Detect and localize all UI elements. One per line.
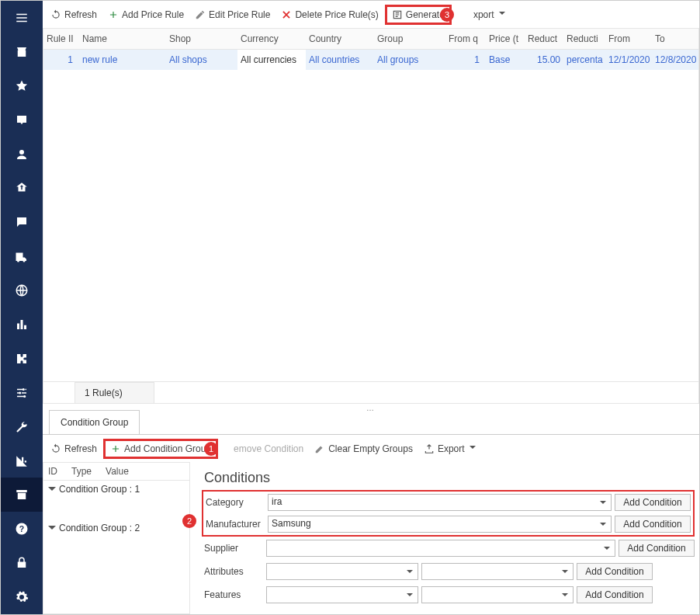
cell-name: new rule [79,50,166,71]
table-row[interactable]: 1 new rule All shops All currencies All … [43,50,698,71]
stats-icon[interactable] [1,444,43,478]
refresh-lower-button[interactable]: Refresh [50,443,97,454]
manufacturer-value: Samsung [272,518,311,529]
highlighted-conditions: Category ira Add Condition Manufacturer … [202,490,695,537]
help-icon[interactable]: ? [1,512,43,546]
menu-icon[interactable] [1,1,43,35]
category-label: Category [206,497,265,508]
caret-icon [499,12,505,18]
tree-group-1[interactable]: Condition Group : 1 [43,481,189,498]
chart-bar-icon[interactable] [1,308,43,342]
badge-3: 3 [440,8,454,22]
tree-g1-label: Condition Group : 1 [59,484,140,495]
add-price-rule-button[interactable]: Add Price Rule [108,9,184,20]
tree-panel: ID Type Value Condition Group : 1 2 Cond… [43,462,190,614]
lower-toolbar: Refresh Add Condition Group 1 emove Cond… [43,434,699,462]
features-select-2[interactable] [421,586,574,603]
conditions-title: Conditions [204,470,695,486]
col-ruleid[interactable]: Rule II [43,29,79,50]
svg-point-2 [19,391,21,394]
col-group[interactable]: Group [374,29,445,50]
manufacturer-select[interactable]: Samsung [268,516,612,533]
svg-text:?: ? [19,524,24,533]
refresh-button[interactable]: Refresh [50,9,97,20]
tabs: Condition Group [43,410,699,434]
export-lower-label: Export [438,443,465,454]
category-select[interactable]: ira [268,494,612,511]
lock-icon[interactable] [1,546,43,580]
col-to[interactable]: To [652,29,698,50]
export-button[interactable]: xport [473,9,505,20]
col-country[interactable]: Country [306,29,374,50]
star-icon[interactable] [1,69,43,103]
main: Refresh Add Price Rule Edit Price Rule D… [43,1,699,614]
remove-condition-button[interactable]: emove Condition [234,443,303,454]
col-reduct[interactable]: Reduct [525,29,563,50]
cell-from: 12/1/2020 [605,50,652,71]
supplier-select[interactable] [266,540,615,557]
tree-blank [43,537,189,558]
cell-fromq: 1 [445,50,486,71]
th-id: ID [48,466,57,477]
refresh-label: Refresh [64,9,97,20]
store-icon[interactable] [1,35,43,69]
chevron-down-icon [48,526,56,533]
user-icon[interactable] [1,137,43,172]
cell-to: 12/8/2020 [652,50,698,71]
cell-country: All countries [306,50,374,71]
col-reducti[interactable]: Reducti [563,29,605,50]
attributes-select-1[interactable] [266,563,418,580]
remove-label: emove Condition [234,443,303,454]
refresh-lower-label: Refresh [64,443,97,454]
row-attributes: Attributes Add Condition [204,563,695,580]
upload-house-icon[interactable] [1,171,43,205]
sidebar: ? [1,1,43,614]
col-from[interactable]: From [605,29,652,50]
tree-group-2[interactable]: Condition Group : 2 [43,519,189,537]
attributes-select-2[interactable] [421,563,574,580]
features-select-1[interactable] [266,586,418,603]
col-price[interactable]: Price (t [486,29,525,50]
row-features: Features Add Condition [204,586,695,603]
sliders-icon[interactable] [1,376,43,410]
add-condition-group-button[interactable]: Add Condition Group [103,439,218,459]
col-shop[interactable]: Shop [166,29,237,50]
add-condition-attributes[interactable]: Add Condition [577,563,653,580]
chat-icon[interactable] [1,205,43,239]
row-supplier: Supplier Add Condition [204,540,695,557]
cell-reducti: percenta [563,50,605,71]
add-condition-features[interactable]: Add Condition [577,586,653,603]
tree-g2-label: Condition Group : 2 [59,523,140,533]
col-currency[interactable]: Currency [237,29,306,50]
th-type: Type [71,466,92,477]
clear-empty-groups-button[interactable]: Clear Empty Groups [314,443,413,454]
export-lower-button[interactable]: Export [424,443,476,454]
col-name[interactable]: Name [79,29,166,50]
th-value: Value [106,466,129,477]
delete-price-rule-button[interactable]: Delete Price Rule(s) [281,9,378,20]
rules-count: 1 Rule(s) [75,382,154,404]
generate-label: Generate [406,9,445,20]
add-condition-category[interactable]: Add Condition [615,494,691,511]
resize-handle[interactable]: … [43,404,699,410]
add-group-label: Add Condition Group [124,443,211,454]
edit-label: Edit Price Rule [209,9,270,20]
conditions-panel: Conditions Category ira Add Condition Ma… [190,462,699,614]
puzzle-icon[interactable] [1,342,43,376]
col-fromq[interactable]: From q [445,29,486,50]
edit-price-rule-button[interactable]: Edit Price Rule [195,9,270,20]
archive-icon[interactable] [1,478,43,512]
svg-point-3 [23,395,26,398]
wrench-icon[interactable] [1,410,43,444]
badge-1: 1 [204,442,218,456]
add-condition-manufacturer[interactable]: Add Condition [615,516,691,533]
attributes-label: Attributes [204,566,263,577]
gear-icon[interactable] [1,580,43,614]
globe-icon[interactable] [1,273,43,308]
truck-icon[interactable] [1,239,43,273]
lower-panel: ID Type Value Condition Group : 1 2 Cond… [43,462,699,614]
tab-condition-group[interactable]: Condition Group [49,410,140,434]
add-condition-supplier[interactable]: Add Condition [619,540,695,557]
svg-point-1 [23,388,25,391]
inbox-icon[interactable] [1,103,43,137]
